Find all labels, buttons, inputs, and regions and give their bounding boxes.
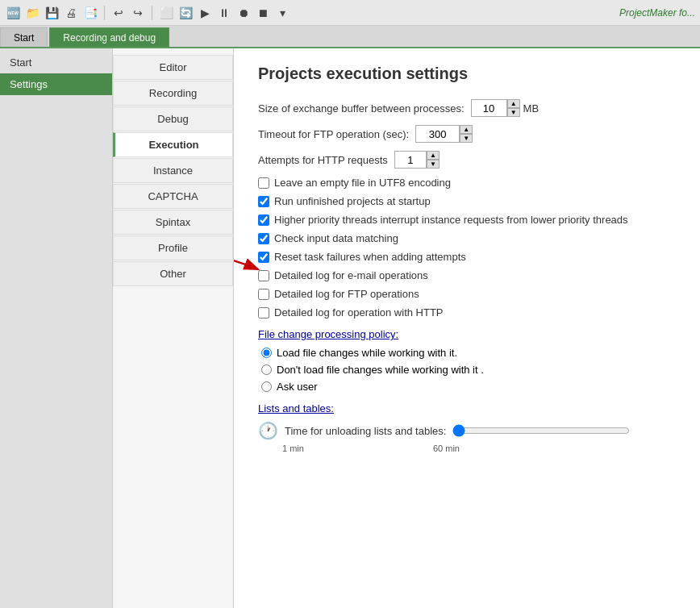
- tabbar: Start Recording and debug: [0, 26, 700, 48]
- refresh-icon[interactable]: 🔄: [177, 5, 194, 21]
- buffer-label: Size of exchange buffer between processe…: [258, 102, 465, 115]
- slider-max-label: 60 min: [433, 444, 460, 453]
- save-all-icon[interactable]: 🖨: [63, 5, 79, 21]
- http-input[interactable]: [394, 151, 427, 169]
- clock-icon: 🕐: [258, 421, 278, 440]
- ftp-spin-down[interactable]: ▼: [460, 134, 473, 143]
- sub-sidebar-spintax[interactable]: Spintax: [113, 210, 233, 235]
- cb-email-label: Detailed log for e-mail operations: [274, 269, 428, 281]
- radio-load[interactable]: [261, 348, 272, 358]
- ftp-spin-up[interactable]: ▲: [460, 125, 473, 134]
- sub-sidebar-captcha[interactable]: CAPTCHA: [113, 184, 233, 209]
- main-layout: Start Settings Editor Recording Debug Ex…: [0, 48, 700, 608]
- radio-noload-row: Don't load file changes while working wi…: [261, 364, 676, 376]
- tab-start[interactable]: Start: [0, 27, 48, 47]
- cb-startup-row: Run unfinished projects at startup: [258, 195, 676, 207]
- radio-load-row: Load file changes while working with it.: [261, 347, 676, 359]
- cb-priority[interactable]: [258, 214, 269, 226]
- toolbar: 🆕 📁 💾 🖨 📑 ↩ ↪ ⬜ 🔄 ▶ ⏸ ⏺ ⏹ ▾ ProjectMaker…: [0, 0, 700, 26]
- cb-ftp-row: Detailed log for FTP operations: [258, 288, 676, 300]
- new-icon[interactable]: 🆕: [5, 5, 21, 21]
- cb-http-row: Detailed log for operation with HTTP: [258, 306, 676, 319]
- radio-noload[interactable]: [261, 364, 272, 375]
- ftp-row: Timeout for FTP operation (sec): ▲ ▼: [258, 125, 676, 143]
- lists-header: Lists and tables:: [258, 402, 676, 414]
- http-spin-down[interactable]: ▼: [427, 160, 440, 169]
- sub-sidebar: Editor Recording Debug Execution Instanc…: [113, 48, 234, 608]
- sub-sidebar-editor[interactable]: Editor: [113, 55, 233, 80]
- cb-reset[interactable]: [258, 252, 269, 263]
- buffer-row: Size of exchange buffer between processe…: [258, 99, 676, 117]
- cb-input[interactable]: [258, 233, 269, 244]
- cb-ftp[interactable]: [258, 289, 269, 300]
- sub-sidebar-instance[interactable]: Instance: [113, 158, 233, 183]
- sub-sidebar-recording[interactable]: Recording: [113, 81, 233, 106]
- http-spin-up[interactable]: ▲: [427, 151, 440, 160]
- http-input-group: ▲ ▼: [394, 151, 440, 169]
- cb-http[interactable]: [258, 307, 269, 319]
- sub-sidebar-execution[interactable]: Execution: [113, 132, 233, 157]
- radio-ask[interactable]: [261, 381, 272, 392]
- open-icon[interactable]: 📁: [24, 5, 40, 21]
- cb-email[interactable]: [258, 270, 269, 281]
- ftp-label: Timeout for FTP operation (sec):: [258, 128, 409, 140]
- cb-email-row-container: Detailed log for e-mail operations: [258, 269, 676, 281]
- cb-priority-label: Higher priority threads interrupt instan…: [274, 214, 628, 226]
- cb-email-row: Detailed log for e-mail operations: [258, 269, 676, 281]
- buffer-input[interactable]: [471, 99, 507, 117]
- cb-ftp-label: Detailed log for FTP operations: [274, 288, 419, 300]
- ftp-input[interactable]: [415, 125, 460, 143]
- buffer-unit: MB: [523, 102, 540, 115]
- tab-recording-debug[interactable]: Recording and debug: [49, 27, 169, 47]
- copy-icon[interactable]: 📑: [82, 5, 98, 21]
- buffer-spin-down[interactable]: ▼: [507, 108, 520, 117]
- stop-icon[interactable]: ⬜: [158, 5, 174, 21]
- ftp-input-group: ▲ ▼: [415, 125, 473, 143]
- sub-sidebar-other[interactable]: Other: [113, 261, 233, 286]
- unload-slider[interactable]: [452, 424, 630, 437]
- cb-priority-row: Higher priority threads interrupt instan…: [258, 214, 676, 226]
- cb-reset-row: Reset task failures when adding attempts: [258, 251, 676, 263]
- more-icon[interactable]: ▾: [274, 5, 290, 21]
- slider-label: Time for unloading lists and tables:: [285, 425, 446, 437]
- buffer-spinner: ▲ ▼: [507, 99, 520, 117]
- pause-icon[interactable]: ⏸: [216, 5, 232, 21]
- cb-reset-label: Reset task failures when adding attempts: [274, 251, 466, 263]
- buffer-input-group: ▲ ▼ MB: [471, 99, 540, 117]
- file-change-header: File change processing policy:: [258, 328, 676, 340]
- radio-ask-row: Ask user: [261, 381, 676, 393]
- radio-ask-label: Ask user: [277, 381, 318, 393]
- content-area: Projects execution settings Size of exch…: [234, 48, 700, 608]
- radio-noload-label: Don't load file changes while working wi…: [277, 364, 484, 376]
- cb-http-label: Detailed log for operation with HTTP: [274, 306, 444, 319]
- left-sidebar: Start Settings: [0, 48, 113, 608]
- sidebar-item-start[interactable]: Start: [0, 52, 112, 73]
- cb-input-row: Check input data matching: [258, 232, 676, 244]
- cb-utf8[interactable]: [258, 177, 269, 189]
- cb-utf8-label: Leave an empty file in UTF8 encoding: [274, 177, 451, 189]
- sep1: [104, 6, 105, 20]
- brand-label: ProjectMaker fo...: [619, 7, 695, 19]
- slider-min-label: 1 min: [282, 444, 304, 453]
- cb-utf8-row: Leave an empty file in UTF8 encoding: [258, 177, 676, 189]
- play-icon[interactable]: ▶: [197, 5, 213, 21]
- buffer-spin-up[interactable]: ▲: [507, 99, 520, 108]
- sidebar-item-settings[interactable]: Settings: [0, 73, 112, 95]
- page-title: Projects execution settings: [258, 65, 676, 83]
- sub-sidebar-profile[interactable]: Profile: [113, 235, 233, 260]
- cb-startup[interactable]: [258, 196, 269, 207]
- cb-startup-label: Run unfinished projects at startup: [274, 195, 431, 207]
- radio-load-label: Load file changes while working with it.: [277, 347, 457, 359]
- cb-input-label: Check input data matching: [274, 232, 398, 244]
- sub-sidebar-debug[interactable]: Debug: [113, 106, 233, 131]
- undo-icon[interactable]: ↩: [110, 5, 127, 21]
- record-icon[interactable]: ⏺: [235, 5, 252, 21]
- http-spinner: ▲ ▼: [427, 151, 440, 169]
- save-icon[interactable]: 💾: [44, 5, 60, 21]
- redo-icon[interactable]: ↪: [130, 5, 146, 21]
- http-row: Attempts for HTTP requests ▲ ▼: [258, 151, 676, 169]
- ftp-spinner: ▲ ▼: [460, 125, 473, 143]
- stop2-icon[interactable]: ⏹: [255, 5, 271, 21]
- slider-row: 🕐 Time for unloading lists and tables: 1…: [258, 421, 676, 453]
- sep2: [152, 6, 152, 20]
